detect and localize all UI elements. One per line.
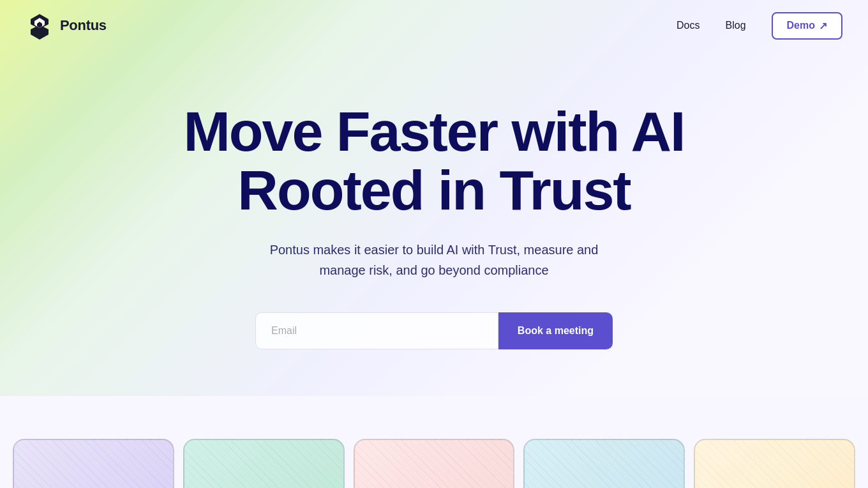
email-form: Book a meeting bbox=[255, 312, 613, 349]
card-principle: Principle of bbox=[523, 439, 685, 488]
logo-area: Pontus bbox=[26, 11, 107, 40]
email-input[interactable] bbox=[255, 312, 498, 349]
navbar: Pontus Docs Blog Demo ↗ bbox=[0, 0, 868, 51]
card-right-to-3: The Right To bbox=[354, 439, 515, 488]
hero-title-line2: Rooted in Trust bbox=[237, 158, 630, 222]
brand-name: Pontus bbox=[60, 17, 107, 34]
hero-title: Move Faster with AI Rooted in Trust bbox=[147, 102, 721, 220]
demo-label: Demo bbox=[787, 20, 815, 31]
card-right-to-be: The Right To Be bbox=[13, 439, 174, 488]
hero-section: Move Faster with AI Rooted in Trust Pont… bbox=[0, 51, 868, 388]
demo-arrow-icon: ↗ bbox=[819, 20, 827, 32]
hero-title-line1: Move Faster with AI bbox=[183, 100, 684, 163]
book-meeting-button[interactable]: Book a meeting bbox=[498, 312, 613, 349]
docs-link[interactable]: Docs bbox=[677, 20, 700, 31]
card-right-to-2: The Right To bbox=[183, 439, 345, 488]
blog-link[interactable]: Blog bbox=[726, 20, 746, 31]
pontus-logo-icon bbox=[26, 11, 54, 40]
demo-button[interactable]: Demo ↗ bbox=[772, 12, 842, 40]
cards-section: The Right To Be The Right To The Right T… bbox=[0, 439, 868, 488]
hero-subtitle: Pontus makes it easier to build AI with … bbox=[268, 240, 600, 280]
nav-links: Docs Blog Demo ↗ bbox=[677, 12, 842, 40]
card-principle-least: Princple of Least bbox=[694, 439, 855, 488]
